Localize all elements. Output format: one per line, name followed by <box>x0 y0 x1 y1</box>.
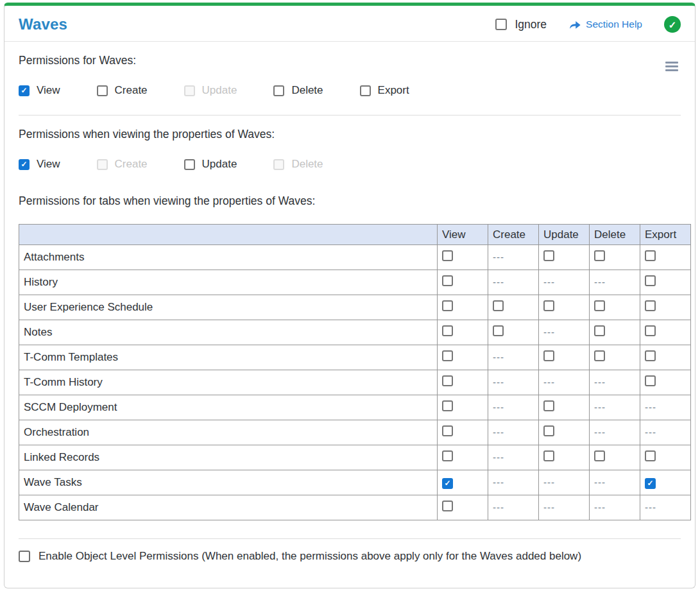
tab-permission-checkbox[interactable] <box>442 478 453 489</box>
permission-cell[interactable] <box>438 370 488 395</box>
permission-checkbox-group[interactable]: Export <box>360 84 409 97</box>
tab-permission-checkbox[interactable] <box>442 501 453 511</box>
permission-checkbox[interactable] <box>19 159 30 170</box>
permission-cell[interactable] <box>539 445 590 470</box>
tab-permission-checkbox[interactable] <box>543 300 554 311</box>
tab-permission-checkbox[interactable] <box>543 425 554 436</box>
permission-cell[interactable] <box>438 270 488 295</box>
tab-permission-checkbox[interactable] <box>442 250 453 261</box>
tab-permission-checkbox[interactable] <box>493 325 504 336</box>
tab-permission-checkbox[interactable] <box>645 450 656 461</box>
permission-cell[interactable] <box>438 420 488 445</box>
tab-permission-checkbox[interactable] <box>442 300 453 311</box>
none-marker: --- <box>543 277 555 287</box>
permission-cell[interactable] <box>640 345 691 370</box>
permission-checkbox-group[interactable]: Delete <box>273 84 323 97</box>
row-label-cell: Orchestration <box>19 420 438 445</box>
permission-cell[interactable] <box>640 270 691 295</box>
tab-permission-checkbox[interactable] <box>543 450 554 461</box>
permission-checkbox[interactable] <box>97 85 108 96</box>
permission-cell[interactable] <box>590 320 640 345</box>
tab-permission-checkbox[interactable] <box>543 350 554 361</box>
permission-cell[interactable] <box>640 445 691 470</box>
permission-cell[interactable] <box>488 320 539 345</box>
permission-cell[interactable] <box>640 370 691 395</box>
permission-checkbox[interactable] <box>184 159 195 170</box>
permission-cell[interactable] <box>438 320 488 345</box>
tab-permission-checkbox[interactable] <box>594 250 605 261</box>
permission-cell[interactable] <box>438 395 488 420</box>
permission-cell[interactable] <box>640 320 691 345</box>
tab-permission-checkbox[interactable] <box>594 300 605 311</box>
object-level-checkbox[interactable] <box>19 551 30 562</box>
tab-permission-checkbox[interactable] <box>442 325 453 336</box>
permission-checkbox-group[interactable]: View <box>19 84 60 97</box>
permission-cell[interactable] <box>590 445 640 470</box>
permission-cell[interactable] <box>539 295 590 320</box>
permission-cell: --- <box>488 245 539 270</box>
tab-permission-checkbox[interactable] <box>442 350 453 361</box>
hamburger-menu-icon[interactable] <box>665 62 678 71</box>
tab-permission-checkbox[interactable] <box>594 350 605 361</box>
permission-cell[interactable] <box>640 470 691 495</box>
permission-cell[interactable] <box>438 445 488 470</box>
permission-cell[interactable] <box>640 245 691 270</box>
row-label-cell: Attachments <box>19 245 438 270</box>
permission-cell[interactable] <box>438 495 488 520</box>
permission-cell: --- <box>640 420 691 445</box>
ignore-checkbox-group[interactable]: Ignore <box>495 18 547 31</box>
none-marker: --- <box>493 402 504 413</box>
tab-permission-checkbox[interactable] <box>442 425 453 436</box>
tab-permission-checkbox[interactable] <box>645 275 656 286</box>
permission-cell[interactable] <box>488 295 539 320</box>
tab-permission-checkbox[interactable] <box>594 325 605 336</box>
permission-checkbox-group[interactable]: Create <box>97 84 148 97</box>
none-marker: --- <box>543 502 555 513</box>
permission-checkbox[interactable] <box>19 85 30 96</box>
tab-permission-checkbox[interactable] <box>543 400 554 411</box>
permission-cell[interactable] <box>539 395 590 420</box>
section-divider <box>19 115 681 116</box>
permission-cell[interactable] <box>539 245 590 270</box>
tab-permission-checkbox[interactable] <box>594 450 605 461</box>
tab-permission-checkbox[interactable] <box>645 300 656 311</box>
tab-permission-checkbox[interactable] <box>645 375 656 386</box>
permission-cell[interactable] <box>539 420 590 445</box>
table-row: Wave Tasks--------- <box>19 470 691 495</box>
permission-cell: --- <box>488 345 539 370</box>
object-permissions-row: ViewCreateUpdateDeleteExport <box>19 84 681 97</box>
tab-permission-checkbox[interactable] <box>493 300 504 311</box>
tab-permission-checkbox[interactable] <box>645 325 656 336</box>
permission-cell[interactable] <box>640 295 691 320</box>
tab-permission-checkbox[interactable] <box>645 478 656 489</box>
permission-cell: --- <box>590 370 640 395</box>
ignore-checkbox[interactable] <box>495 19 507 30</box>
permission-cell[interactable] <box>438 470 488 495</box>
section-help-label: Section Help <box>586 19 642 30</box>
permission-cell[interactable] <box>438 295 488 320</box>
permission-cell[interactable] <box>438 345 488 370</box>
tab-permission-checkbox[interactable] <box>645 350 656 361</box>
permission-cell: --- <box>488 445 539 470</box>
tab-permission-checkbox[interactable] <box>543 250 554 261</box>
row-label-cell: T-Comm History <box>19 370 438 395</box>
permission-cell[interactable] <box>590 295 640 320</box>
permission-cell[interactable] <box>438 245 488 270</box>
tab-permission-checkbox[interactable] <box>442 450 453 461</box>
tab-permission-checkbox[interactable] <box>442 275 453 286</box>
permission-cell[interactable] <box>590 345 640 370</box>
section-help-link[interactable]: Section Help <box>568 19 642 30</box>
permission-checkbox-group[interactable]: Update <box>184 158 237 171</box>
permission-cell: --- <box>488 470 539 495</box>
tab-permission-checkbox[interactable] <box>645 250 656 261</box>
permission-checkbox <box>97 159 108 170</box>
tab-permission-checkbox[interactable] <box>442 400 453 411</box>
none-marker: --- <box>594 502 606 513</box>
permission-checkbox-group[interactable]: View <box>19 158 60 171</box>
permission-cell[interactable] <box>539 345 590 370</box>
tab-permission-checkbox[interactable] <box>442 375 453 386</box>
permission-checkbox[interactable] <box>360 85 371 96</box>
permission-checkbox[interactable] <box>273 85 284 96</box>
section-complete-check-icon <box>664 16 681 33</box>
permission-cell[interactable] <box>590 245 640 270</box>
